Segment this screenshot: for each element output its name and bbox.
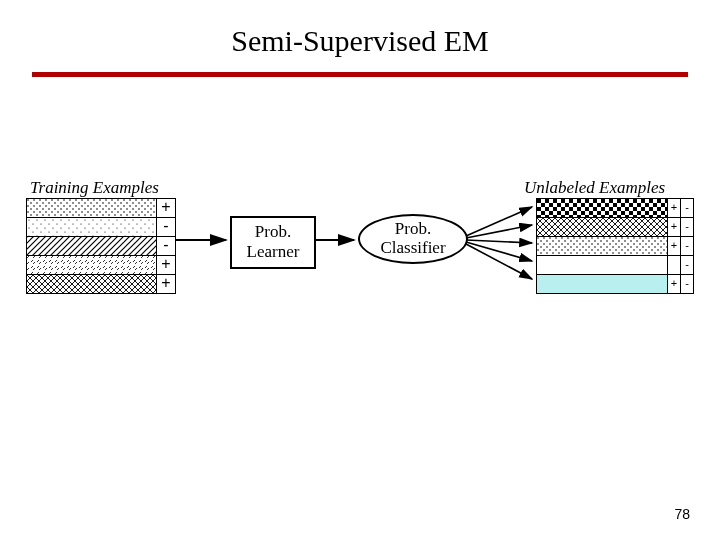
slide-title: Semi-Supervised EM xyxy=(0,24,720,58)
table-row: - xyxy=(27,236,175,255)
prob-learner-line1: Prob. xyxy=(255,222,291,241)
arrow-classifier-to-row5 xyxy=(466,244,532,279)
prob-classifier-node: Prob. Classifier xyxy=(358,214,468,264)
table-row: + - xyxy=(537,217,693,236)
table-row: - xyxy=(537,255,693,274)
training-examples-table: + - - + + xyxy=(26,198,176,294)
example-pattern xyxy=(27,256,157,274)
example-pattern xyxy=(537,256,668,274)
example-pattern xyxy=(537,275,668,293)
prob-pos: + xyxy=(668,218,681,236)
prob-pos xyxy=(668,256,681,274)
page-number: 78 xyxy=(674,506,690,522)
example-label: + xyxy=(157,275,175,293)
prob-neg: - xyxy=(681,199,693,217)
arrow-classifier-to-row4 xyxy=(466,242,532,261)
table-row: - xyxy=(27,217,175,236)
prob-classifier-line2: Classifier xyxy=(380,238,445,257)
table-row: + xyxy=(27,274,175,293)
example-label: - xyxy=(157,237,175,255)
prob-pos: + xyxy=(668,199,681,217)
example-pattern xyxy=(27,275,157,293)
unlabeled-examples-label: Unlabeled Examples xyxy=(524,178,665,198)
example-label: + xyxy=(157,199,175,217)
prob-learner-box: Prob. Learner xyxy=(230,216,316,269)
table-row: + - xyxy=(537,199,693,217)
arrow-classifier-to-row3 xyxy=(466,240,532,243)
prob-neg: - xyxy=(681,275,693,293)
unlabeled-examples-table: + - + - + - - + - xyxy=(536,198,694,294)
table-row: + xyxy=(27,199,175,217)
prob-classifier-line1: Prob. xyxy=(395,219,431,238)
prob-neg: - xyxy=(681,237,693,255)
table-row: + - xyxy=(537,274,693,293)
training-examples-label: Training Examples xyxy=(30,178,159,198)
prob-pos: + xyxy=(668,275,681,293)
arrow-classifier-to-row2 xyxy=(466,225,532,238)
example-label: + xyxy=(157,256,175,274)
prob-neg: - xyxy=(681,256,693,274)
prob-pos: + xyxy=(668,237,681,255)
prob-learner-line2: Learner xyxy=(247,242,300,261)
example-pattern xyxy=(537,218,668,236)
example-pattern xyxy=(27,237,157,255)
prob-neg: - xyxy=(681,218,693,236)
table-row: + - xyxy=(537,236,693,255)
arrow-classifier-to-row1 xyxy=(466,207,532,236)
example-pattern xyxy=(27,199,157,217)
table-row: + xyxy=(27,255,175,274)
example-pattern xyxy=(537,199,668,217)
title-rule xyxy=(32,72,688,77)
example-label: - xyxy=(157,218,175,236)
example-pattern xyxy=(27,218,157,236)
example-pattern xyxy=(537,237,668,255)
